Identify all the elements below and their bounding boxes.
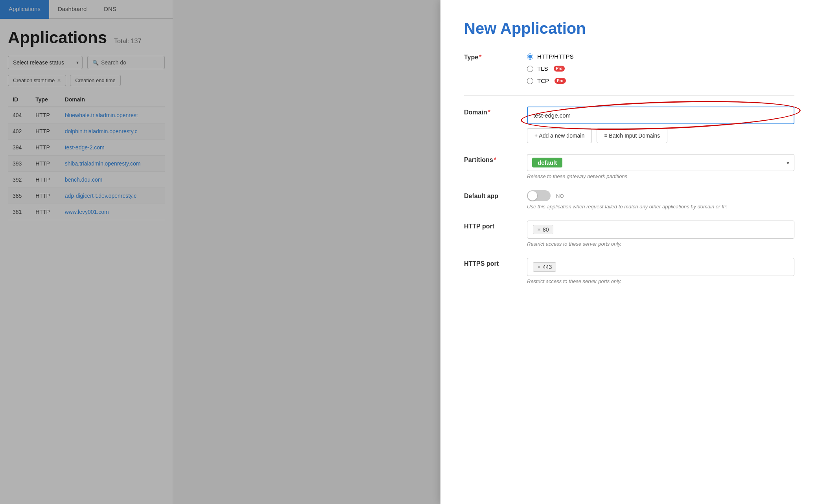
https-port-remove-icon[interactable]: ✕ — [537, 265, 541, 270]
radio-group: HTTP/HTTPS TLS Pro TCP Pro — [527, 52, 794, 84]
domain-label: Domain* — [464, 107, 527, 116]
http-port-control: ✕ 80 Restrict access to these server por… — [527, 221, 794, 247]
domain-control: + Add a new domain ≡ Batch Input Domains — [527, 107, 794, 143]
domain-row: Domain* + Add a new domain ≡ Batch Input… — [464, 107, 794, 143]
https-port-row: HTTPS port ✕ 443 Restrict access to thes… — [464, 258, 794, 284]
partitions-select[interactable]: default ▾ — [527, 154, 794, 171]
modal-title: New Application — [464, 20, 794, 37]
modal-overlay: × New Application Type* HTTP/HTTPS TLS P… — [0, 0, 818, 504]
domain-input-wrapper — [527, 107, 794, 124]
https-port-tag: ✕ 443 — [533, 262, 556, 272]
default-app-control: NO Use this application when request fai… — [527, 190, 794, 210]
tls-pro-badge: Pro — [554, 66, 565, 72]
toggle-no-label: NO — [556, 193, 564, 199]
http-port-hint: Restrict access to these server ports on… — [527, 241, 794, 247]
modal-panel: × New Application Type* HTTP/HTTPS TLS P… — [440, 0, 818, 504]
http-port-label: HTTP port — [464, 221, 527, 230]
http-port-remove-icon[interactable]: ✕ — [537, 227, 541, 232]
https-port-hint: Restrict access to these server ports on… — [527, 278, 794, 284]
https-port-control: ✕ 443 Restrict access to these server po… — [527, 258, 794, 284]
partitions-control: default ▾ Release to these gateway netwo… — [527, 154, 794, 179]
radio-http-input[interactable] — [527, 53, 533, 60]
type-control: HTTP/HTTPS TLS Pro TCP Pro — [527, 52, 794, 84]
domain-actions: + Add a new domain ≡ Batch Input Domains — [527, 128, 794, 143]
required-star-partitions: * — [494, 156, 496, 163]
radio-tls-input[interactable] — [527, 66, 533, 72]
https-port-value: 443 — [543, 264, 552, 270]
add-domain-button[interactable]: + Add a new domain — [527, 128, 592, 143]
http-port-box: ✕ 80 — [527, 221, 794, 239]
radio-tcp-label: TCP — [537, 77, 549, 84]
radio-tcp-input[interactable] — [527, 78, 533, 84]
radio-http-label: HTTP/HTTPS — [537, 53, 574, 60]
required-star: * — [479, 54, 481, 61]
chevron-down-icon: ▾ — [787, 160, 789, 166]
http-port-value: 80 — [543, 226, 549, 233]
type-label: Type* — [464, 52, 527, 61]
default-app-toggle[interactable] — [527, 190, 551, 201]
default-app-label: Default app — [464, 190, 527, 200]
https-port-label: HTTPS port — [464, 258, 527, 267]
default-partition-badge: default — [532, 158, 562, 167]
default-app-hint: Use this application when request failed… — [527, 204, 794, 210]
divider-1 — [464, 95, 794, 96]
batch-domain-button[interactable]: ≡ Batch Input Domains — [597, 128, 667, 143]
tcp-pro-badge: Pro — [555, 78, 566, 84]
radio-tls[interactable]: TLS Pro — [527, 65, 794, 72]
http-port-tag: ✕ 80 — [533, 225, 553, 234]
required-star-domain: * — [488, 109, 490, 116]
radio-tcp[interactable]: TCP Pro — [527, 77, 794, 84]
partitions-row: Partitions* default ▾ Release to these g… — [464, 154, 794, 179]
https-port-box: ✕ 443 — [527, 258, 794, 276]
toggle-knob — [528, 191, 537, 200]
type-row: Type* HTTP/HTTPS TLS Pro TCP — [464, 52, 794, 84]
domain-input[interactable] — [528, 107, 794, 123]
http-port-row: HTTP port ✕ 80 Restrict access to these … — [464, 221, 794, 247]
radio-tls-label: TLS — [537, 65, 548, 72]
partitions-label: Partitions* — [464, 154, 527, 164]
toggle-row: NO — [527, 190, 794, 201]
partitions-hint: Release to these gateway network partiti… — [527, 173, 794, 179]
default-app-row: Default app NO Use this application when… — [464, 190, 794, 210]
radio-http[interactable]: HTTP/HTTPS — [527, 53, 794, 60]
